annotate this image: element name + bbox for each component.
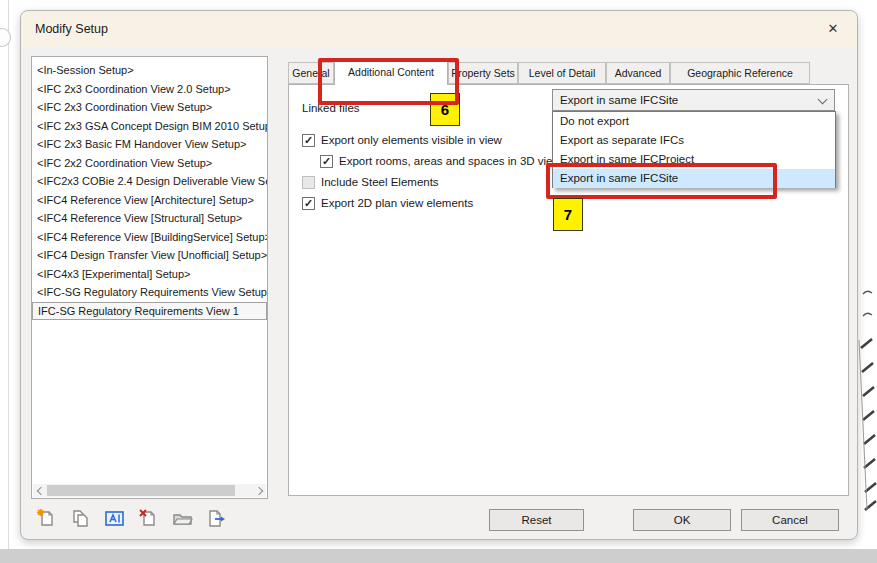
close-icon[interactable]: ✕ bbox=[821, 18, 845, 40]
cancel-button[interactable]: Cancel bbox=[741, 509, 839, 531]
step-badge-7: 7 bbox=[553, 198, 583, 231]
checkbox-checked[interactable]: ✓ bbox=[320, 155, 333, 168]
delete-setup-icon[interactable] bbox=[138, 508, 159, 529]
ok-button[interactable]: OK bbox=[633, 509, 731, 531]
dialog-title: Modify Setup bbox=[35, 11, 108, 47]
setup-list: <In-Session Setup> <IFC 2x3 Coordination… bbox=[31, 56, 268, 499]
dropdown-option-highlighted[interactable]: Export in same IFCSite bbox=[553, 169, 835, 188]
list-item-selected[interactable]: IFC-SG Regulatory Requirements View 1 bbox=[32, 302, 267, 321]
setup-toolbar bbox=[36, 508, 227, 529]
list-item[interactable]: <IFC 2x2 Coordination View Setup> bbox=[32, 154, 267, 173]
checkbox-checked[interactable]: ✓ bbox=[302, 197, 315, 210]
dropdown-option[interactable]: Export as separate IFCs bbox=[553, 131, 835, 150]
list-item[interactable]: <IFC4x3 [Experimental] Setup> bbox=[32, 265, 267, 284]
dropdown-option[interactable]: Do not export bbox=[553, 112, 835, 131]
checkbox-label: Export rooms, areas and spaces in 3D vie… bbox=[339, 155, 561, 167]
list-item[interactable]: <IFC4 Reference View [Architecture] Setu… bbox=[32, 191, 267, 210]
reset-button[interactable]: Reset bbox=[489, 509, 584, 531]
tab-geographic-reference[interactable]: Geographic Reference bbox=[670, 62, 810, 84]
tab-additional-content[interactable]: Additional Content bbox=[334, 58, 448, 85]
dropdown-option[interactable]: Export in same IFCProject bbox=[553, 150, 835, 169]
list-item[interactable]: <IFC 2x3 Coordination View Setup> bbox=[32, 98, 267, 117]
background-edge-line bbox=[8, 0, 9, 549]
list-item[interactable]: <IFC 2x3 Coordination View 2.0 Setup> bbox=[32, 80, 267, 99]
dropdown-value: Export in same IFCSite bbox=[560, 94, 678, 106]
new-setup-icon[interactable] bbox=[36, 508, 57, 529]
checkbox-row[interactable]: Include Steel Elements bbox=[302, 174, 439, 190]
rename-setup-icon[interactable] bbox=[104, 508, 125, 529]
list-item[interactable]: <In-Session Setup> bbox=[32, 61, 267, 80]
dropdown-open-list: Do not export Export as separate IFCs Ex… bbox=[552, 111, 836, 188]
linked-files-label: Linked files bbox=[302, 102, 360, 114]
horizontal-scrollbar[interactable] bbox=[33, 484, 266, 497]
list-item[interactable]: <IFC2x3 COBie 2.4 Design Deliverable Vie… bbox=[32, 172, 267, 191]
scroll-right-icon[interactable] bbox=[253, 484, 266, 497]
linked-files-dropdown[interactable]: Export in same IFCSite bbox=[552, 89, 835, 111]
tab-general[interactable]: General bbox=[288, 62, 334, 84]
tab-property-sets[interactable]: Property Sets bbox=[448, 62, 518, 84]
export-setup-icon[interactable] bbox=[206, 508, 227, 529]
list-item[interactable]: <IFC4 Reference View [BuildingService] S… bbox=[32, 228, 267, 247]
modify-setup-dialog: Modify Setup ✕ <In-Session Setup> <IFC 2… bbox=[20, 10, 858, 540]
list-item[interactable]: <IFC-SG Regulatory Requirements View Set… bbox=[32, 283, 267, 302]
list-item[interactable]: <IFC4 Reference View [Structural] Setup> bbox=[32, 209, 267, 228]
checkbox-label: Include Steel Elements bbox=[321, 176, 439, 188]
scroll-left-icon[interactable] bbox=[33, 484, 46, 497]
list-item[interactable]: <IFC 2x3 GSA Concept Design BIM 2010 Set… bbox=[32, 117, 267, 136]
revit-screen: Modify Setup ✕ <In-Session Setup> <IFC 2… bbox=[0, 0, 877, 563]
additional-content-panel: Linked files Export in same IFCSite Do n… bbox=[288, 84, 849, 496]
duplicate-setup-icon[interactable] bbox=[70, 508, 91, 529]
scrollbar-thumb[interactable] bbox=[47, 485, 235, 496]
background-sketch-lines bbox=[855, 284, 877, 512]
tab-advanced[interactable]: Advanced bbox=[606, 62, 670, 84]
background-bottom-bar bbox=[0, 549, 877, 563]
list-item[interactable]: <IFC 2x3 Basic FM Handover View Setup> bbox=[32, 135, 267, 154]
checkbox-row[interactable]: ✓ Export 2D plan view elements bbox=[302, 195, 473, 211]
tab-level-of-detail[interactable]: Level of Detail bbox=[518, 62, 606, 84]
checkbox-row[interactable]: ✓ Export rooms, areas and spaces in 3D v… bbox=[320, 153, 561, 169]
load-setup-icon[interactable] bbox=[172, 508, 193, 529]
checkbox-row[interactable]: ✓ Export only elements visible in view bbox=[302, 132, 502, 148]
checkbox-unchecked[interactable] bbox=[302, 176, 315, 189]
background-circle-fragment bbox=[0, 28, 11, 47]
checkbox-label: Export 2D plan view elements bbox=[321, 197, 473, 209]
checkbox-label: Export only elements visible in view bbox=[321, 134, 502, 146]
dialog-titlebar[interactable]: Modify Setup ✕ bbox=[21, 11, 857, 47]
list-item[interactable]: <IFC4 Design Transfer View [Unofficial] … bbox=[32, 246, 267, 265]
checkbox-checked[interactable]: ✓ bbox=[302, 134, 315, 147]
chevron-down-icon[interactable] bbox=[818, 95, 828, 105]
step-badge-6: 6 bbox=[430, 93, 460, 126]
